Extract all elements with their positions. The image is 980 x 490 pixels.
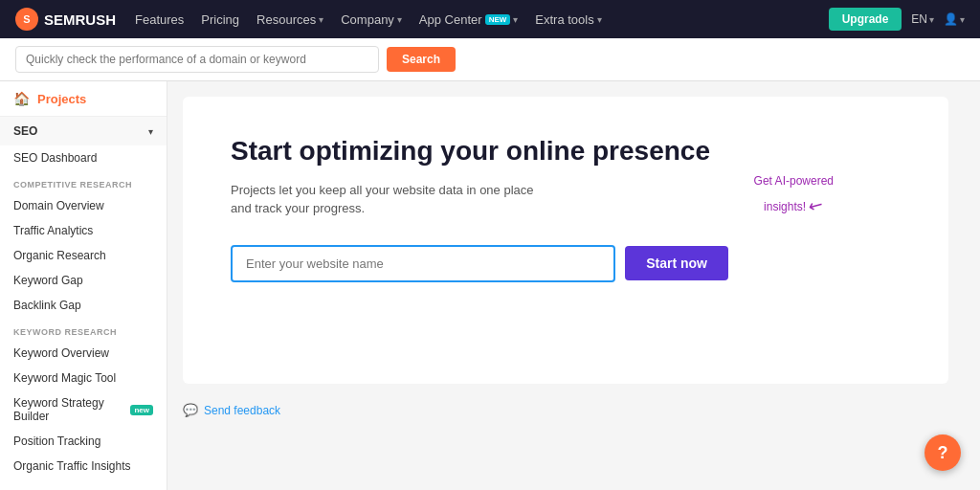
page-title: Start optimizing your online presence — [231, 135, 901, 167]
seo-dashboard-label: SEO Dashboard — [13, 151, 97, 165]
ai-insight-text-1: Get AI-powered — [754, 174, 834, 188]
chevron-down-icon: ▾ — [148, 126, 153, 137]
nav-links: Features Pricing Resources ▾ Company ▾ A… — [135, 12, 810, 27]
sidebar-item-traffic-analytics[interactable]: Traffic Analytics — [0, 218, 167, 243]
content-card: Start optimizing your online presence Pr… — [183, 97, 948, 384]
sidebar-item-keyword-strategy-builder[interactable]: Keyword Strategy Builder new — [0, 390, 167, 429]
sidebar-item-keyword-overview[interactable]: Keyword Overview — [0, 341, 167, 366]
nav-pricing[interactable]: Pricing — [201, 12, 239, 27]
lang-label: EN — [911, 12, 927, 26]
nav-features-label: Features — [135, 12, 184, 27]
competitive-research-title: COMPETITIVE RESEARCH — [0, 170, 167, 193]
user-menu[interactable]: 👤 ▾ — [944, 12, 965, 26]
nav-appcenter[interactable]: App Center NEW ▾ — [419, 12, 518, 27]
feedback-icon: 💬 — [183, 403, 198, 417]
sidebar-item-position-tracking[interactable]: Position Tracking — [0, 429, 167, 454]
main-layout: 🏠 Projects SEO ▾ SEO Dashboard COMPETITI… — [0, 81, 980, 490]
search-bar: Search — [0, 38, 980, 81]
feedback-row: 💬 Send feedback — [183, 403, 965, 417]
ai-insight-text-2: insights! — [764, 200, 806, 213]
user-icon: 👤 — [944, 12, 958, 26]
send-feedback-link[interactable]: Send feedback — [204, 404, 280, 417]
sidebar-item-domain-overview[interactable]: Domain Overview — [0, 193, 167, 218]
sidebar-seo-section[interactable]: SEO ▾ — [0, 117, 167, 145]
nav-right: Upgrade EN ▾ 👤 ▾ — [829, 8, 965, 31]
top-navigation: S SEMRUSH Features Pricing Resources ▾ C… — [0, 0, 980, 38]
new-badge: NEW — [485, 14, 511, 25]
logo-icon: S — [15, 8, 38, 31]
projects-label: Projects — [37, 92, 86, 106]
new-badge: new — [130, 405, 153, 415]
nav-company[interactable]: Company ▾ — [341, 12, 402, 27]
help-button[interactable]: ? — [924, 434, 961, 471]
upgrade-button[interactable]: Upgrade — [829, 8, 902, 31]
seo-section-label: SEO — [13, 124, 37, 138]
search-input[interactable] — [15, 46, 379, 73]
page-subtitle: Projects let you keep all your website d… — [231, 181, 546, 218]
start-now-button[interactable]: Start now — [625, 246, 728, 280]
sidebar-item-organic-traffic-insights[interactable]: Organic Traffic Insights — [0, 454, 167, 479]
chevron-down-icon: ▾ — [513, 14, 518, 25]
keyword-research-title: KEYWORD RESEARCH — [0, 318, 167, 341]
nav-extratools-label: Extra tools — [535, 12, 593, 27]
nav-resources[interactable]: Resources ▾ — [256, 12, 323, 27]
logo[interactable]: S SEMRUSH — [15, 8, 116, 31]
chevron-down-icon: ▾ — [597, 14, 602, 25]
nav-appcenter-label: App Center — [419, 12, 482, 27]
sidebar-projects[interactable]: 🏠 Projects — [0, 81, 167, 117]
chevron-down-icon: ▾ — [929, 14, 934, 25]
ai-insight-callout: Get AI-powered insights! ↙ — [754, 173, 834, 217]
sidebar-item-seo-dashboard[interactable]: SEO Dashboard — [0, 145, 167, 170]
language-selector[interactable]: EN ▾ — [911, 12, 934, 26]
sidebar: 🏠 Projects SEO ▾ SEO Dashboard COMPETITI… — [0, 81, 167, 490]
chevron-down-icon: ▾ — [960, 14, 965, 25]
nav-resources-label: Resources — [256, 12, 316, 27]
website-name-input[interactable] — [231, 245, 615, 282]
sidebar-item-backlink-gap[interactable]: Backlink Gap — [0, 293, 167, 318]
nav-features[interactable]: Features — [135, 12, 184, 27]
website-input-row: Start now — [231, 245, 728, 282]
sidebar-item-organic-research[interactable]: Organic Research — [0, 243, 167, 268]
nav-pricing-label: Pricing — [201, 12, 239, 27]
home-icon: 🏠 — [13, 91, 30, 106]
chevron-down-icon: ▾ — [319, 14, 323, 25]
main-content: Start optimizing your online presence Pr… — [167, 81, 980, 490]
sidebar-item-keyword-magic-tool[interactable]: Keyword Magic Tool — [0, 366, 167, 390]
ai-arrow-icon: ↙ — [804, 191, 829, 219]
search-button[interactable]: Search — [387, 47, 456, 72]
link-building-title: LINK BUILDING — [0, 479, 167, 490]
sidebar-item-keyword-gap[interactable]: Keyword Gap — [0, 268, 167, 293]
nav-company-label: Company — [341, 12, 394, 27]
logo-text: SEMRUSH — [44, 11, 116, 28]
nav-extratools[interactable]: Extra tools ▾ — [535, 12, 601, 27]
chevron-down-icon: ▾ — [397, 14, 402, 25]
